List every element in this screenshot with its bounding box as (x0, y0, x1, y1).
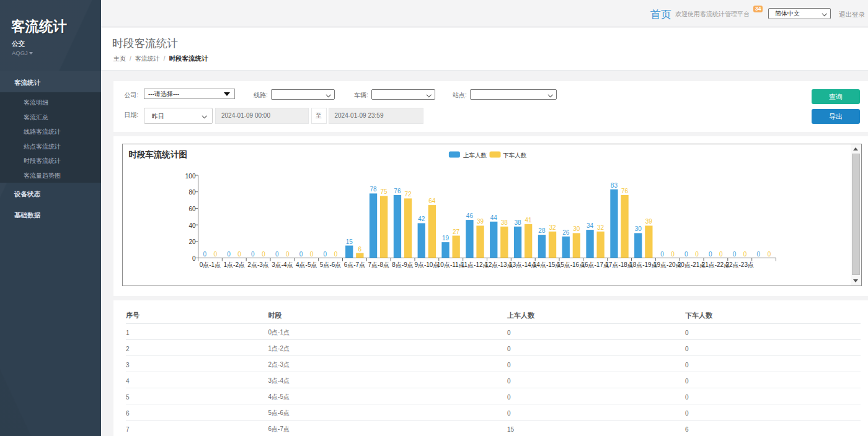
svg-text:0: 0 (310, 251, 314, 258)
svg-text:0: 0 (227, 251, 231, 258)
svg-text:76: 76 (394, 188, 401, 194)
svg-text:46: 46 (466, 212, 474, 219)
svg-text:42: 42 (418, 216, 425, 222)
svg-text:80: 80 (188, 189, 196, 196)
svg-text:72: 72 (404, 191, 412, 198)
svg-text:60: 60 (188, 206, 196, 212)
svg-text:时段车流统计图: 时段车流统计图 (129, 150, 188, 159)
svg-text:64: 64 (428, 198, 436, 204)
svg-text:28: 28 (538, 227, 546, 234)
svg-text:0: 0 (299, 251, 303, 258)
svg-text:1点-2点: 1点-2点 (224, 261, 245, 268)
svg-text:4点-5点: 4点-5点 (296, 261, 317, 268)
svg-text:0: 0 (671, 251, 675, 258)
svg-text:0: 0 (275, 251, 279, 258)
svg-text:3点-4点: 3点-4点 (272, 261, 293, 268)
svg-text:32: 32 (597, 224, 604, 231)
svg-text:0: 0 (768, 251, 771, 258)
svg-text:5点-6点: 5点-6点 (320, 261, 341, 268)
svg-text:19: 19 (442, 235, 450, 242)
svg-text:30: 30 (635, 225, 642, 232)
svg-text:0点-1点: 0点-1点 (200, 261, 221, 268)
svg-text:83: 83 (611, 182, 618, 189)
svg-text:上车人数: 上车人数 (463, 152, 487, 159)
svg-text:0: 0 (262, 251, 265, 258)
svg-text:0: 0 (743, 251, 747, 258)
svg-text:39: 39 (477, 218, 484, 225)
svg-text:26: 26 (562, 229, 570, 236)
svg-text:0: 0 (203, 251, 206, 258)
svg-text:0: 0 (719, 251, 723, 258)
svg-text:27: 27 (453, 229, 460, 235)
svg-text:0: 0 (684, 251, 688, 258)
svg-text:75: 75 (381, 188, 388, 195)
svg-text:0: 0 (334, 251, 338, 258)
svg-text:76: 76 (621, 188, 629, 194)
svg-text:6: 6 (358, 246, 362, 253)
svg-text:0: 0 (251, 251, 255, 258)
svg-text:38: 38 (514, 219, 521, 226)
svg-text:2点-3点: 2点-3点 (247, 261, 268, 268)
svg-text:41: 41 (525, 217, 533, 224)
svg-text:100: 100 (185, 173, 196, 180)
svg-text:40: 40 (188, 222, 196, 229)
svg-text:22点-23点: 22点-23点 (725, 261, 754, 268)
svg-text:6点-7点: 6点-7点 (344, 261, 365, 268)
svg-text:0: 0 (660, 251, 664, 258)
svg-text:0: 0 (237, 251, 241, 258)
svg-text:32: 32 (549, 224, 556, 231)
svg-text:0: 0 (733, 251, 737, 258)
svg-text:30: 30 (573, 225, 580, 232)
svg-text:9点-10点: 9点-10点 (414, 261, 439, 268)
svg-text:78: 78 (370, 186, 377, 193)
svg-text:7点-8点: 7点-8点 (368, 261, 389, 268)
svg-text:38: 38 (501, 219, 508, 226)
svg-text:0: 0 (757, 251, 761, 258)
svg-text:0: 0 (709, 251, 712, 258)
svg-text:39: 39 (645, 218, 653, 225)
svg-text:下车人数: 下车人数 (503, 152, 527, 159)
svg-text:0: 0 (286, 251, 290, 258)
svg-text:20: 20 (188, 238, 196, 245)
svg-text:0: 0 (324, 251, 327, 258)
svg-text:15: 15 (346, 238, 353, 245)
svg-text:0: 0 (695, 251, 699, 258)
svg-text:44: 44 (490, 214, 498, 221)
svg-text:8点-9点: 8点-9点 (392, 261, 413, 268)
svg-text:0: 0 (192, 255, 196, 262)
svg-text:0: 0 (214, 251, 218, 258)
svg-text:34: 34 (587, 222, 594, 229)
